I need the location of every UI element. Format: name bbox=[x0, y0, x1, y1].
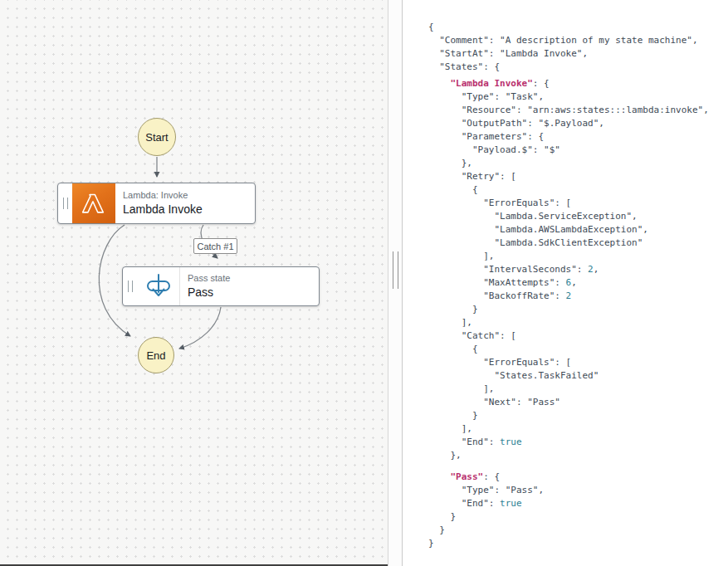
json-code: { "Comment": "A description of my state … bbox=[428, 21, 728, 550]
workflow-canvas[interactable]: Start Lambda: Invoke Lambda Invoke Catch… bbox=[0, 0, 388, 566]
pass-state-icon bbox=[137, 267, 180, 305]
code-line: } bbox=[428, 524, 728, 537]
code-line: "End": true bbox=[428, 436, 728, 449]
node-lambda-invoke[interactable]: Lambda: Invoke Lambda Invoke bbox=[57, 183, 256, 224]
code-line: { bbox=[428, 183, 728, 197]
start-node[interactable]: Start bbox=[138, 118, 176, 156]
code-line: "Parameters": { bbox=[428, 130, 728, 144]
code-line: }, bbox=[428, 157, 728, 170]
code-line: "End": true bbox=[428, 497, 728, 510]
node-text: Pass state Pass bbox=[180, 267, 230, 305]
edge-label-catch[interactable]: Catch #1 bbox=[193, 238, 237, 254]
node-subtitle: Pass state bbox=[188, 273, 230, 284]
end-node[interactable]: End bbox=[138, 337, 174, 373]
node-title: Pass bbox=[188, 285, 230, 300]
code-line: "StartAt": "Lambda Invoke", bbox=[428, 47, 728, 61]
node-text: Lambda: Invoke Lambda Invoke bbox=[115, 183, 203, 223]
code-line: { bbox=[428, 343, 728, 356]
workflow-studio: Start Lambda: Invoke Lambda Invoke Catch… bbox=[0, 0, 728, 566]
code-line: "IntervalSeconds": 2, bbox=[428, 263, 728, 276]
code-line: "Lambda Invoke": { bbox=[428, 77, 728, 90]
code-line: "OutputPath": "$.Payload", bbox=[428, 117, 728, 130]
node-subtitle: Lambda: Invoke bbox=[123, 190, 203, 201]
code-line: "Type": "Task", bbox=[428, 90, 728, 104]
code-line: "Catch": [ bbox=[428, 329, 728, 343]
code-line: "Type": "Pass", bbox=[428, 484, 728, 497]
code-line: "Lambda.AWSLambdaException", bbox=[428, 223, 728, 237]
code-line: "States.TaskFailed" bbox=[428, 369, 728, 383]
code-line: "Lambda.ServiceException", bbox=[428, 210, 728, 223]
code-line: "Resource": "arn:aws:states:::lambda:inv… bbox=[428, 104, 728, 117]
lambda-service-icon bbox=[72, 183, 115, 223]
code-line: "ErrorEquals": [ bbox=[428, 197, 728, 210]
code-line: "ErrorEquals": [ bbox=[428, 356, 728, 369]
code-line: } bbox=[428, 303, 728, 316]
drag-handle-icon[interactable] bbox=[63, 198, 68, 209]
code-line: "Pass": { bbox=[428, 471, 728, 484]
code-line: ], bbox=[428, 422, 728, 436]
code-line: }, bbox=[428, 449, 728, 462]
code-line: "Retry": [ bbox=[428, 170, 728, 183]
node-title: Lambda Invoke bbox=[123, 202, 203, 217]
code-line: "BackoffRate": 2 bbox=[428, 290, 728, 303]
start-node-label: Start bbox=[145, 131, 168, 144]
node-grip-strip bbox=[123, 267, 137, 305]
drag-handle-icon[interactable] bbox=[128, 281, 133, 292]
code-line: "States": { bbox=[428, 61, 728, 74]
resize-handle-icon[interactable] bbox=[393, 251, 398, 289]
code-line: ], bbox=[428, 383, 728, 396]
node-grip-strip bbox=[58, 183, 72, 223]
code-line: "Next": "Pass" bbox=[428, 396, 728, 409]
code-line: } bbox=[428, 537, 728, 550]
code-line: "MaxAttempts": 6, bbox=[428, 276, 728, 290]
code-line: "Lambda.SdkClientException" bbox=[428, 237, 728, 250]
definition-json-panel: { "Comment": "A description of my state … bbox=[403, 0, 728, 566]
code-line: ], bbox=[428, 250, 728, 263]
panel-resizer[interactable] bbox=[388, 0, 403, 566]
code-line: ], bbox=[428, 316, 728, 329]
node-pass[interactable]: Pass state Pass bbox=[122, 266, 320, 306]
end-node-label: End bbox=[146, 349, 165, 362]
code-line: "Payload.$": "$" bbox=[428, 144, 728, 157]
code-line: } bbox=[428, 510, 728, 524]
code-line: { bbox=[428, 21, 728, 34]
code-line: } bbox=[428, 409, 728, 422]
code-line: "Comment": "A description of my state ma… bbox=[428, 34, 728, 47]
